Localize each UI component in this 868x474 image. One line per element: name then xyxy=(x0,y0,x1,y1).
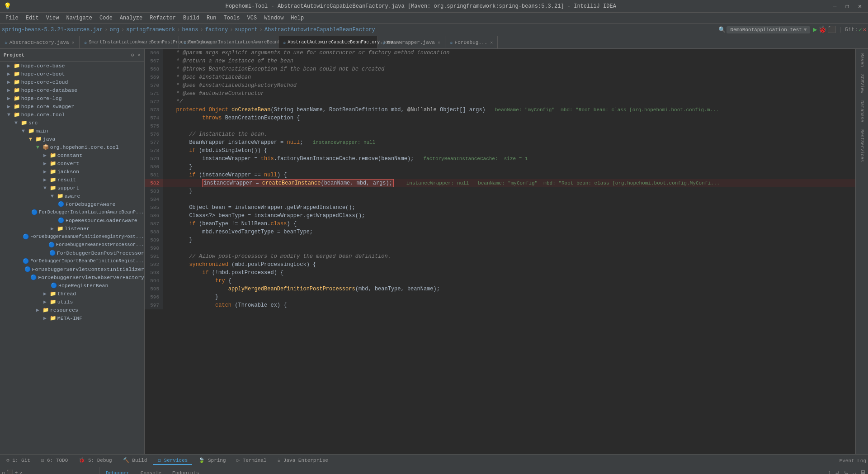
tab-console[interactable]: Console xyxy=(136,469,166,474)
minimize-button[interactable]: — xyxy=(830,2,840,11)
tree-item-metainf[interactable]: ▶ 📁 META-INF xyxy=(0,314,144,322)
run-button[interactable]: ▶ xyxy=(813,25,817,34)
bc-factory[interactable]: factory xyxy=(205,27,228,33)
tab-close-0[interactable]: ✕ xyxy=(72,40,75,45)
menu-help[interactable]: Help xyxy=(287,14,307,22)
tree-item-hope-core-database[interactable]: ▶ 📁 hope-core-database xyxy=(0,86,144,94)
git-x-icon[interactable]: ✕ xyxy=(863,26,866,33)
sidebar-scmview[interactable]: SCMView xyxy=(859,71,865,96)
menu-file[interactable]: File xyxy=(2,14,22,22)
menu-build[interactable]: Build xyxy=(179,14,203,22)
menu-edit[interactable]: Edit xyxy=(22,14,42,22)
tree-item-java[interactable]: ▼ 📁 java xyxy=(0,135,144,143)
tab-debugger[interactable]: Debugger xyxy=(101,469,134,474)
tree-item-convert[interactable]: ▶ 📁 convert xyxy=(0,159,144,167)
tree-item-fordebuggerservlet[interactable]: 🔵 ForDebuggerServletContextInitializer xyxy=(0,265,144,273)
menu-analyze[interactable]: Analyze xyxy=(116,14,146,22)
tree-item-fordebuggerbeanpost1[interactable]: 🔵 ForDebuggerBeanPostProcessor... xyxy=(0,241,144,249)
tree-item-result[interactable]: ▶ 📁 result xyxy=(0,175,144,184)
tree-item-thread[interactable]: ▶ 📁 thread xyxy=(0,289,144,298)
tree-item-package[interactable]: ▼ 📦 org.hopehomi.core.tool xyxy=(0,143,144,151)
tab-4[interactable]: ☕ BeanWrapper.java ✕ xyxy=(378,36,445,48)
bc-springframework[interactable]: springframework xyxy=(126,27,175,33)
tab-1[interactable]: ☕ SmartInstantiationAwareBeanPostProcess… xyxy=(80,36,179,48)
tree-item-hope-core-tool[interactable]: ▼ 📁 hope-core-tool xyxy=(0,110,144,118)
tab-close-5[interactable]: ✕ xyxy=(490,40,493,45)
tab-git[interactable]: ⚙ 1: Git xyxy=(2,456,35,465)
sidebar-maven[interactable]: Maven xyxy=(859,51,865,70)
tab-terminal[interactable]: ▷ Terminal xyxy=(232,456,271,465)
tree-item-fordebuggerbeandefinition[interactable]: 🔵 ForDebuggerBeanDefinitionRegistryPost.… xyxy=(0,232,144,241)
stop-service-icon[interactable]: ⬛ xyxy=(6,469,13,474)
run-config-dropdown[interactable]: ▼ xyxy=(804,27,807,33)
run-to-cursor-icon[interactable]: ↵ xyxy=(853,469,856,474)
tree-item-hope-core-cloud[interactable]: ▶ 📁 hope-core-cloud xyxy=(0,78,144,86)
tree-item-hope-core-boot[interactable]: ▶ 📁 hope-core-boot xyxy=(0,70,144,78)
tab-endpoints[interactable]: Endpoints xyxy=(168,469,203,474)
tree-item-hope-core-log[interactable]: ▶ 📁 hope-core-log xyxy=(0,94,144,102)
tab-5[interactable]: ☕ ForDebug... ✕ xyxy=(445,36,498,48)
tree-item-hoperesourceloaderaware[interactable]: 🔵 HopeResourceLoaderAware xyxy=(0,216,144,224)
bc-support[interactable]: support xyxy=(235,27,257,33)
tab-java-enterprise[interactable]: ☕ Java Enterprise xyxy=(273,456,333,465)
tree-item-jackson[interactable]: ▶ 📁 jackson xyxy=(0,167,144,175)
menu-code[interactable]: Code xyxy=(96,14,116,22)
tree-item-utils[interactable]: ▶ 📁 utils xyxy=(0,298,144,306)
code-content[interactable]: 566 * @param args explicit arguments to … xyxy=(145,49,855,454)
tree-item-fordebuggerwebserver[interactable]: 🔵 ForDebuggerServletWebServerFactory xyxy=(0,273,144,281)
menu-view[interactable]: View xyxy=(42,14,63,22)
menu-vcs[interactable]: VCS xyxy=(244,14,261,22)
tab-build[interactable]: 🔨 Build xyxy=(118,456,152,465)
tab-0[interactable]: ☕ AbstractFactory.java ✕ xyxy=(0,36,80,48)
evaluate-icon[interactable]: 🖩 xyxy=(860,470,866,474)
add-service-icon[interactable]: + xyxy=(14,470,18,474)
close-sidebar-icon[interactable]: × xyxy=(137,52,141,58)
menu-run[interactable]: Run xyxy=(203,14,220,22)
tree-item-constant[interactable]: ▶ 📁 constant xyxy=(0,151,144,159)
search-icon[interactable]: 🔍 xyxy=(718,26,726,33)
git-check-icon[interactable]: ✓ xyxy=(859,26,862,33)
tab-3[interactable]: ☕ AbstractAutowireCapableBeanFactory.jav… xyxy=(278,36,378,48)
tree-item-support[interactable]: ▼ 📁 support xyxy=(0,184,144,192)
stop-button[interactable]: ⬛ xyxy=(828,25,836,34)
tree-item-fordebuggerinstantiation[interactable]: 🔵 ForDebuggerInstantiationAwareBeanP... xyxy=(0,208,144,216)
step-over-icon[interactable]: ⤵ xyxy=(828,470,831,474)
tree-item-src[interactable]: ▼ 📁 src xyxy=(0,118,144,127)
step-into-icon[interactable]: ⤶ xyxy=(835,469,840,474)
tree-item-hope-core-swagger[interactable]: ▶ 📁 hope-core-swagger xyxy=(0,102,144,110)
menu-refactor[interactable]: Refactor xyxy=(146,14,179,22)
jump-to-source-icon[interactable]: ↗ xyxy=(19,469,22,474)
bc-beans[interactable]: beans xyxy=(182,27,198,33)
tab-2[interactable]: ☕ ForDebuggerInstantiationAwareBeanPostP… xyxy=(179,36,278,48)
menu-tools[interactable]: Tools xyxy=(220,14,244,22)
bc-org[interactable]: org xyxy=(109,27,119,33)
menu-navigate[interactable]: Navigate xyxy=(62,14,96,22)
bc-jar[interactable]: spring-beans-5.3.21-sources.jar xyxy=(2,27,103,33)
refresh-icon[interactable]: ↺ xyxy=(2,469,5,474)
tab-services[interactable]: ◻ Services xyxy=(153,456,192,465)
menu-window[interactable]: Window xyxy=(260,14,287,22)
tree-item-main[interactable]: ▼ 📁 main xyxy=(0,127,144,135)
gear-icon[interactable]: ⚙ xyxy=(131,52,134,58)
tab-todo[interactable]: ☑ 6: TODO xyxy=(37,456,72,465)
step-out-icon[interactable]: ⤷ xyxy=(844,469,849,474)
tree-item-fordebuggerimport[interactable]: 🔵 ForDebuggerImportBeanDefinitionRegist.… xyxy=(0,257,144,265)
bc-class[interactable]: AbstractAutowireCapableBeanFactory xyxy=(264,27,375,33)
tree-item-resources[interactable]: ▶ 📁 resources xyxy=(0,306,144,314)
debug-button[interactable]: 🐞 xyxy=(818,25,827,34)
tree-item-fordebuggeraware[interactable]: 🔵 ForDebuggerAware xyxy=(0,200,144,208)
tree-item-fordebuggerbeanpost2[interactable]: 🔵 ForDebuggerBeanPostProcessor xyxy=(0,249,144,257)
tree-item-listener[interactable]: ▶ 📁 listener xyxy=(0,224,144,232)
tree-item-hoperegisterbean[interactable]: 🔵 HopeRegisterBean xyxy=(0,281,144,289)
tab-debug[interactable]: 🐞 5: Debug xyxy=(74,456,116,465)
tab-close-4[interactable]: ✕ xyxy=(438,40,440,45)
sidebar-restservices[interactable]: RestServices xyxy=(859,127,865,165)
run-config[interactable]: DemoBootApplication-test ▼ xyxy=(726,26,810,33)
maximize-button[interactable]: ❐ xyxy=(843,2,852,11)
close-button[interactable]: ✕ xyxy=(855,2,864,11)
event-log[interactable]: Event Log xyxy=(840,458,866,464)
tree-item-hope-core-base[interactable]: ▶ 📁 hope-core-base xyxy=(0,62,144,70)
sidebar-database[interactable]: Database xyxy=(859,98,865,125)
tab-spring[interactable]: 🍃 Spring xyxy=(194,456,230,465)
tree-item-aware[interactable]: ▼ 📁 aware xyxy=(0,192,144,200)
